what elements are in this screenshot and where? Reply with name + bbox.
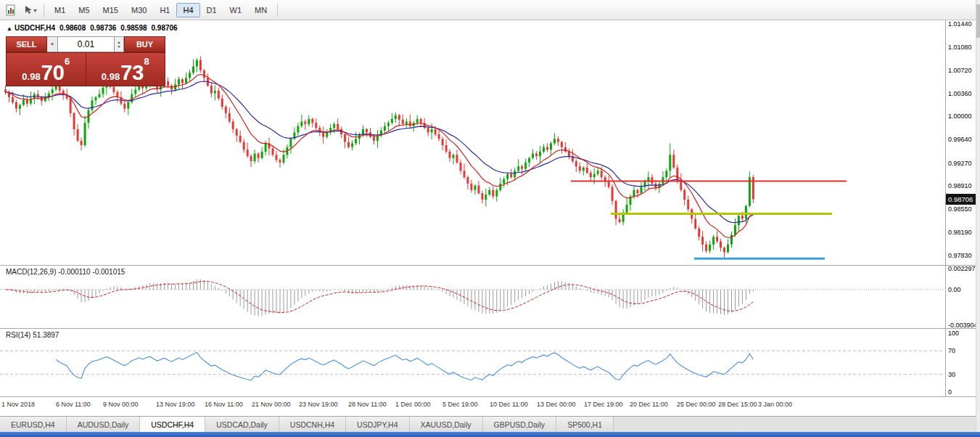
time-axis-label: 28 Dec 15:00 [718, 401, 757, 408]
symbol-tab-USDCHF-H4[interactable]: USDCHF,H4 [140, 417, 205, 432]
symbol-tab-USDCAD-Daily[interactable]: USDCAD,Daily [205, 417, 279, 432]
buy-button[interactable]: BUY [124, 36, 165, 52]
timeframe-button-m15[interactable]: M15 [96, 3, 125, 17]
rsi-tick-label: 30 [948, 371, 955, 378]
price-tick-label: 1.01440 [948, 20, 972, 28]
main-chart-panel[interactable]: ▲USDCHF,H40.986080.987360.985980.98706 S… [0, 20, 945, 266]
one-click-collapse-icon[interactable]: ▲ [7, 25, 12, 32]
sell-price-button[interactable]: 0.98706 [6, 52, 86, 86]
symbol-tab-GBPUSD-Daily[interactable]: GBPUSD,Daily [483, 417, 557, 432]
buy-price-button[interactable]: 0.98738 [86, 52, 166, 86]
macd-scale[interactable]: 0.0022970.00-0.003904 [945, 266, 976, 329]
chart-ohlc-header: ▲USDCHF,H40.986080.987360.985980.98706 [7, 24, 182, 32]
timeframe-button-group: M1M5M15M30H1H4D1W1MN [48, 3, 273, 17]
symbol-tab-USDCNH-H4[interactable]: USDCNH,H4 [279, 417, 346, 432]
toolbar-separator [44, 4, 44, 17]
lot-step-down-icon[interactable]: ▼ [118, 44, 121, 49]
macd-tick-label: 0.00 [948, 286, 961, 293]
symbol-tab-AUDUSD-Daily[interactable]: AUDUSD,Daily [67, 417, 141, 432]
time-axis[interactable]: 1 Nov 20186 Nov 11:009 Nov 00:0013 Nov 1… [0, 397, 945, 416]
price-tick-label: 0.98910 [948, 182, 972, 189]
timeframe-button-m5[interactable]: M5 [72, 3, 96, 17]
time-axis-label: 10 Dec 11:00 [490, 401, 528, 408]
toolbar-separator [277, 4, 278, 17]
macd-chart [0, 266, 945, 328]
top-toolbar: M1M5M15M30H1H4D1W1MN [0, 0, 976, 20]
buy-price-big: 73 [120, 63, 144, 82]
symbol-tab-EURUSD-H4[interactable]: EURUSD,H4 [0, 417, 67, 432]
time-axis-label: 21 Nov 00:00 [252, 401, 291, 408]
rsi-tick-label: 70 [948, 347, 955, 354]
macd-panel: MACD(12,26,9) -0.000110 -0.001015 [0, 266, 945, 329]
rsi-tick-label: 0 [948, 388, 952, 396]
vertical-scrollbar[interactable] [976, 0, 980, 432]
sell-price-pip: 6 [65, 56, 70, 67]
price-scale[interactable]: 0.98706 1.014401.010801.007201.003601.00… [945, 20, 976, 266]
scrollbar-thumb[interactable] [976, 4, 980, 38]
rsi-tick-label: 100 [948, 330, 959, 337]
time-axis-label: 1 Dec 00:00 [395, 401, 431, 408]
timeframe-button-m1[interactable]: M1 [48, 3, 72, 17]
macd-label: MACD(12,26,9) -0.000110 -0.001015 [6, 268, 125, 276]
macd-tick-label: -0.003904 [948, 322, 978, 329]
buy-price-pip: 8 [144, 56, 149, 67]
time-axis-label: 1 Nov 2018 [1, 401, 35, 408]
current-price-badge: 0.98706 [946, 194, 976, 205]
price-tick-label: 0.99640 [948, 136, 972, 143]
sell-button[interactable]: SELL [6, 36, 47, 52]
price-tick-label: 1.00000 [948, 113, 972, 120]
lot-presets-dropdown[interactable]: ▼ [47, 36, 58, 52]
time-axis-label: 5 Dec 19:00 [442, 401, 478, 408]
ohlc-close: 0.98706 [152, 24, 178, 32]
time-axis-label: 25 Dec 00:00 [677, 401, 716, 408]
cursor-tool-dropdown[interactable] [22, 3, 39, 17]
rsi-label: RSI(14) 51.3897 [6, 331, 59, 339]
rsi-panel: RSI(14) 51.3897 [0, 329, 945, 397]
timeframe-button-mn[interactable]: MN [248, 3, 273, 17]
price-tick-label: 0.97830 [948, 252, 972, 259]
window-bottom-bar [0, 432, 980, 437]
timeframe-button-d1[interactable]: D1 [200, 3, 223, 17]
time-axis-label: 3 Jan 00:00 [758, 401, 792, 408]
lot-stepper[interactable]: ▲▼ [115, 36, 124, 52]
buy-price-base: 0.98 [102, 71, 120, 82]
sell-price-base: 0.98 [22, 71, 40, 82]
price-tick-label: 1.01080 [948, 44, 972, 51]
time-axis-label: 23 Nov 19:00 [299, 401, 338, 408]
chart-symbol-label: USDCHF,H4 [15, 24, 55, 32]
ohlc-open: 0.98608 [59, 24, 86, 32]
rsi-scale[interactable]: 10070300 [945, 329, 976, 397]
time-axis-label: 17 Dec 19:00 [584, 401, 623, 408]
timeframe-button-h1[interactable]: H1 [153, 3, 176, 17]
timeframe-button-m30[interactable]: M30 [125, 3, 153, 17]
ohlc-high: 0.98736 [90, 24, 116, 32]
price-tick-label: 0.99270 [948, 160, 972, 167]
time-axis-label: 6 Nov 11:00 [56, 401, 91, 408]
chart-page-icon[interactable] [3, 3, 20, 17]
one-click-trading-widget: SELL ▼ 0.01 ▲▼ BUY 0.98706 0.98738 [6, 36, 165, 86]
time-axis-label: 13 Nov 19:00 [156, 401, 195, 408]
price-tick-label: 0.98190 [948, 229, 972, 236]
macd-tick-label: 0.002297 [948, 265, 976, 272]
price-tick-label: 0.98550 [948, 205, 972, 213]
lot-size-input[interactable]: 0.01 [58, 36, 115, 52]
rsi-chart [0, 329, 945, 396]
price-tick-label: 1.00720 [948, 67, 972, 74]
time-axis-label: 13 Dec 00:00 [537, 401, 576, 408]
time-axis-label: 28 Nov 11:00 [348, 401, 387, 408]
time-axis-label: 9 Nov 00:00 [103, 401, 139, 408]
price-tick-label: 1.00360 [948, 90, 972, 97]
timeframe-button-w1[interactable]: W1 [223, 3, 249, 17]
time-axis-label: 16 Nov 11:00 [205, 401, 243, 408]
sell-price-big: 70 [41, 63, 65, 82]
symbol-tab-USDJPY-H4[interactable]: USDJPY,H4 [346, 417, 409, 432]
ohlc-low: 0.98598 [120, 24, 147, 32]
timeframe-button-h4[interactable]: H4 [176, 3, 199, 17]
symbol-tab-bar: EURUSD,H4AUDUSD,DailyUSDCHF,H4USDCAD,Dai… [0, 416, 976, 432]
time-axis-label: 20 Dec 11:00 [630, 401, 668, 408]
symbol-tab-XAUUSD-Daily[interactable]: XAUUSD,Daily [410, 417, 483, 432]
symbol-tab-SP500-H1[interactable]: SP500,H1 [556, 417, 614, 432]
